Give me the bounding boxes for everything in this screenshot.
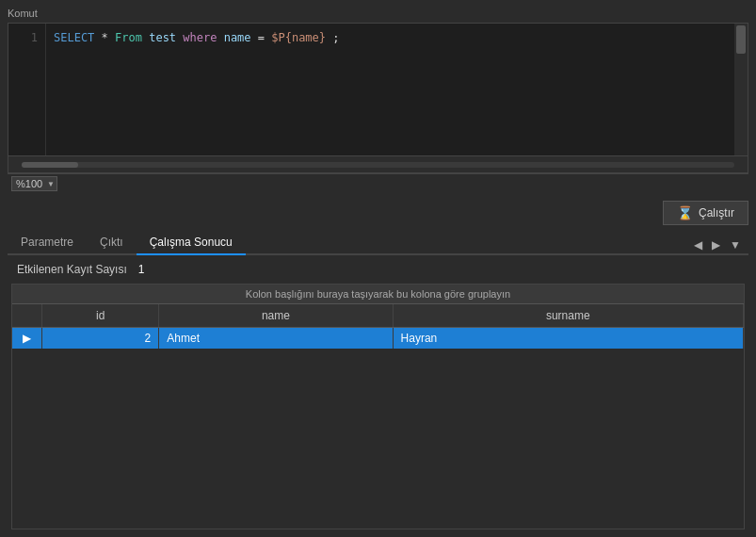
grid-container[interactable]: Kolon başlığını buraya taşıyarak bu kolo…: [11, 284, 745, 529]
editor-area: 1 SELECT * From test where name = $P{nam…: [8, 23, 748, 173]
vertical-scrollbar[interactable]: [734, 24, 748, 155]
cell-name: Ahmet: [159, 328, 393, 350]
tab-nav-right: ◀ ▶ ▼: [690, 236, 748, 253]
line-numbers: 1: [8, 24, 46, 155]
hourglass-icon: ⌛: [677, 205, 693, 220]
code-editor[interactable]: SELECT * From test where name = $P{name}…: [46, 24, 748, 155]
command-label: Komut: [8, 8, 748, 19]
run-bar: ⌛ Çalıştır: [8, 193, 748, 231]
row-indicator: ▶: [12, 328, 42, 350]
zoom-select[interactable]: %100 %50 %75 %125 %150: [11, 176, 57, 191]
header-surname[interactable]: surname: [393, 304, 743, 328]
kw-table: test: [149, 31, 183, 44]
scrollbar-thumb-h[interactable]: [22, 162, 78, 168]
tab-parametre[interactable]: Parametre: [8, 231, 87, 255]
kw-where: where: [183, 31, 217, 44]
table-header-row: id name surname: [12, 304, 744, 328]
cell-surname: Hayran: [393, 328, 743, 350]
horizontal-scrollbar[interactable]: [8, 155, 748, 172]
zoom-wrapper: %100 %50 %75 %125 %150 ▼: [11, 176, 57, 191]
tab-cikti[interactable]: Çıktı: [87, 231, 137, 255]
kw-col: name: [224, 31, 258, 44]
scrollbar-track-h: [22, 162, 734, 168]
affected-count: 1: [138, 263, 145, 276]
kw-from: From: [115, 31, 142, 44]
run-label: Çalıştır: [699, 206, 734, 220]
main-container: Komut 1 SELECT * From test where name = …: [0, 0, 756, 537]
tab-nav-left-button[interactable]: ◀: [690, 236, 706, 253]
kw-param: $P{name}: [271, 31, 326, 44]
header-indicator: [12, 304, 42, 328]
results-panel: Etkilenen Kayıt Sayısı 1 Kolon başlığını…: [8, 255, 748, 529]
data-table: id name surname ▶ 2 Ahmet Hayran: [12, 304, 744, 349]
tabs-bar: Parametre Çıktı Çalışma Sonucu ◀ ▶ ▼: [8, 231, 748, 255]
cell-id: 2: [42, 328, 159, 350]
table-row[interactable]: ▶ 2 Ahmet Hayran: [12, 328, 744, 350]
scrollbar-thumb-v[interactable]: [736, 25, 746, 54]
run-button[interactable]: ⌛ Çalıştır: [663, 201, 748, 225]
tab-calisma-sonucu[interactable]: Çalışma Sonucu: [137, 231, 246, 255]
header-name[interactable]: name: [159, 304, 393, 328]
tab-nav-menu-button[interactable]: ▼: [726, 236, 745, 253]
kw-select: SELECT: [54, 31, 94, 44]
kw-star: *: [102, 31, 115, 44]
header-id[interactable]: id: [42, 304, 159, 328]
kw-eq: =: [258, 31, 271, 44]
tab-nav-right-button[interactable]: ▶: [708, 236, 724, 253]
group-header: Kolon başlığını buraya taşıyarak bu kolo…: [12, 285, 744, 304]
affected-label: Etkilenen Kayıt Sayısı: [17, 263, 127, 276]
editor-footer: %100 %50 %75 %125 %150 ▼: [8, 173, 748, 193]
affected-row: Etkilenen Kayıt Sayısı 1: [8, 263, 748, 276]
kw-semicolon: ;: [332, 31, 339, 44]
